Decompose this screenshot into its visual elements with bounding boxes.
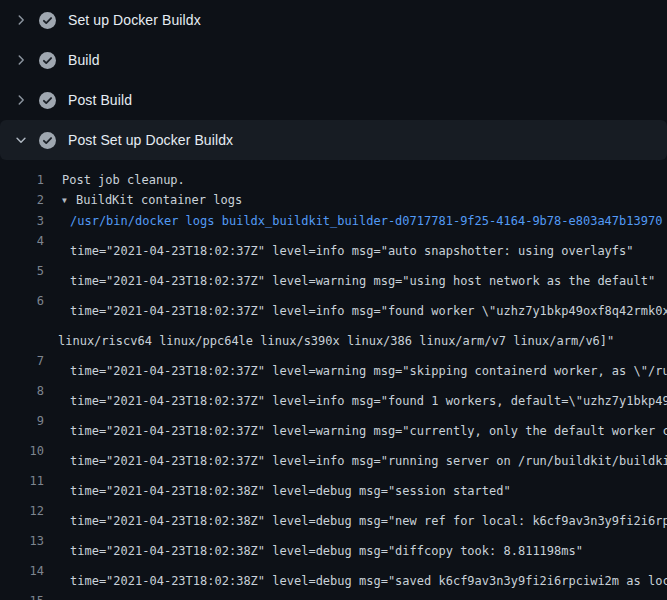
log-line-number[interactable]: 6	[0, 291, 44, 351]
check-circle-icon	[39, 132, 56, 149]
log-line-content: time="2021-04-23T18:02:38Z" level=debug …	[44, 561, 667, 591]
log-text: Post job cleanup.	[44, 170, 667, 190]
log-line: 1 Post job cleanup.	[0, 170, 667, 190]
log-text: time="2021-04-23T18:02:37Z" level=warnin…	[44, 261, 667, 291]
log-line-content: time="2021-04-23T18:02:37Z" level=info m…	[44, 231, 667, 261]
log-text: time="2021-04-23T18:02:38Z" level=debug …	[44, 591, 667, 600]
log-line: 7 time="2021-04-23T18:02:37Z" level=warn…	[0, 351, 667, 381]
log-line-content: time="2021-04-23T18:02:38Z" level=debug …	[44, 531, 667, 561]
log-line: 13 time="2021-04-23T18:02:38Z" level=deb…	[0, 531, 667, 561]
log-line-number[interactable]: 5	[0, 261, 44, 291]
log-line-number[interactable]: 3	[0, 211, 44, 231]
log-text: time="2021-04-23T18:02:38Z" level=debug …	[44, 561, 667, 591]
log-text: time="2021-04-23T18:02:38Z" level=debug …	[44, 531, 667, 561]
log-text-continuation: linux/riscv64 linux/ppc64le linux/s390x …	[44, 321, 667, 351]
step-label: Post Set up Docker Buildx	[68, 132, 233, 148]
check-circle-icon	[39, 52, 56, 69]
log-line-content: time="2021-04-23T18:02:38Z" level=debug …	[44, 471, 667, 501]
log-line-number[interactable]: 12	[0, 501, 44, 531]
log-line: 4 time="2021-04-23T18:02:37Z" level=info…	[0, 231, 667, 261]
log-line-number[interactable]: 4	[0, 231, 44, 261]
log-line-number[interactable]: 14	[0, 561, 44, 591]
group-title[interactable]: BuildKit container logs	[76, 193, 242, 207]
triangle-down-icon[interactable]: ▼	[62, 191, 76, 211]
log-line-number[interactable]: 7	[0, 351, 44, 381]
log-area: 1 Post job cleanup. 2 ▼BuildKit containe…	[0, 160, 667, 600]
log-line-number[interactable]: 15	[0, 591, 44, 600]
log-line-number[interactable]: 9	[0, 411, 44, 441]
log-line-content: time="2021-04-23T18:02:37Z" level=info m…	[44, 381, 667, 411]
log-line-content: time="2021-04-23T18:02:38Z" level=debug …	[44, 591, 667, 600]
log-line-number[interactable]: 1	[0, 170, 44, 190]
log-text: /usr/bin/docker logs buildx_buildkit_bui…	[44, 211, 667, 231]
log-line-content: time="2021-04-23T18:02:37Z" level=info m…	[44, 291, 667, 351]
step-label: Set up Docker Buildx	[68, 12, 201, 28]
log-text: time="2021-04-23T18:02:38Z" level=debug …	[44, 471, 667, 501]
log-text: time="2021-04-23T18:02:37Z" level=info m…	[44, 291, 667, 321]
log-line: 10 time="2021-04-23T18:02:37Z" level=inf…	[0, 441, 667, 471]
log-line: 5 time="2021-04-23T18:02:37Z" level=warn…	[0, 261, 667, 291]
log-line-number[interactable]: 8	[0, 381, 44, 411]
log-line: 3 /usr/bin/docker logs buildx_buildkit_b…	[0, 211, 667, 231]
log-text: time="2021-04-23T18:02:37Z" level=warnin…	[44, 411, 667, 441]
log-line: 6 time="2021-04-23T18:02:37Z" level=info…	[0, 291, 667, 351]
log-line: 9 time="2021-04-23T18:02:37Z" level=warn…	[0, 411, 667, 441]
log-line-number[interactable]: 13	[0, 531, 44, 561]
log-line: 11 time="2021-04-23T18:02:38Z" level=deb…	[0, 471, 667, 501]
step-row[interactable]: Post Build	[0, 80, 667, 120]
check-circle-icon	[39, 12, 56, 29]
log-text: time="2021-04-23T18:02:38Z" level=debug …	[44, 501, 667, 531]
log-line: 2 ▼BuildKit container logs	[0, 190, 667, 211]
chevron-right-icon	[14, 93, 28, 107]
log-line-number[interactable]: 2	[0, 190, 44, 211]
step-label: Post Build	[68, 92, 132, 108]
step-label: Build	[68, 52, 100, 68]
log-line-number[interactable]: 11	[0, 471, 44, 501]
log-text: time="2021-04-23T18:02:37Z" level=warnin…	[44, 351, 667, 381]
chevron-right-icon	[14, 53, 28, 67]
chevron-down-icon	[14, 133, 28, 147]
step-row[interactable]: Set up Docker Buildx	[0, 0, 667, 40]
log-line-content: time="2021-04-23T18:02:37Z" level=warnin…	[44, 351, 667, 381]
log-line-content: time="2021-04-23T18:02:37Z" level=warnin…	[44, 411, 667, 441]
step-row[interactable]: Post Set up Docker Buildx	[0, 120, 667, 160]
log-line-number[interactable]: 10	[0, 441, 44, 471]
steps-list: Set up Docker Buildx Build Post Buil	[0, 0, 667, 160]
log-text: time="2021-04-23T18:02:37Z" level=info m…	[44, 441, 667, 471]
log-line-content: ▼BuildKit container logs	[44, 190, 667, 211]
log-line-content: time="2021-04-23T18:02:38Z" level=debug …	[44, 501, 667, 531]
log-text[interactable]: ▼BuildKit container logs	[44, 190, 667, 211]
log-line: 14 time="2021-04-23T18:02:38Z" level=deb…	[0, 561, 667, 591]
log-line: 8 time="2021-04-23T18:02:37Z" level=info…	[0, 381, 667, 411]
check-circle-icon	[39, 92, 56, 109]
step-row[interactable]: Build	[0, 40, 667, 80]
log-text: time="2021-04-23T18:02:37Z" level=info m…	[44, 381, 667, 411]
chevron-right-icon	[14, 13, 28, 27]
log-line-content: time="2021-04-23T18:02:37Z" level=warnin…	[44, 261, 667, 291]
log-line: 12 time="2021-04-23T18:02:38Z" level=deb…	[0, 501, 667, 531]
log-line-content: time="2021-04-23T18:02:37Z" level=info m…	[44, 441, 667, 471]
log-text: time="2021-04-23T18:02:37Z" level=info m…	[44, 231, 667, 261]
log-line: 15 time="2021-04-23T18:02:38Z" level=deb…	[0, 591, 667, 600]
log-line-content: Post job cleanup.	[44, 170, 667, 190]
log-line-content: /usr/bin/docker logs buildx_buildkit_bui…	[44, 211, 667, 231]
